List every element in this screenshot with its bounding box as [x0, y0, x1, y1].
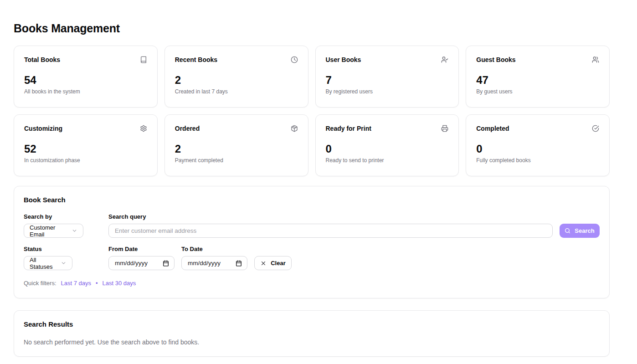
stat-card-title: Recent Books [175, 56, 217, 63]
stat-card-subtitle: By registered users [326, 88, 449, 95]
stat-card-header: Ready for Print [326, 125, 449, 132]
stat-card: User Books 7 By registered users [315, 46, 459, 108]
stat-card-title: Guest Books [476, 56, 515, 63]
calendar-icon[interactable] [163, 260, 169, 267]
search-button[interactable]: Search [560, 224, 600, 238]
search-by-select[interactable]: Customer Email [24, 224, 83, 238]
search-button-label: Search [575, 227, 594, 234]
quick-filters-separator: • [96, 280, 98, 287]
stat-card-value: 54 [24, 75, 147, 86]
stat-card: Ordered 2 Payment completed [164, 114, 308, 176]
stat-card-header: Guest Books [476, 56, 599, 63]
search-query-label: Search query [108, 213, 553, 220]
search-results-card: Search Results No search performed yet. … [14, 310, 610, 357]
stat-card-title: Completed [476, 125, 509, 132]
stat-card-title: Customizing [24, 125, 62, 132]
page-title: Books Management [14, 22, 610, 35]
status-label: Status [24, 246, 102, 252]
from-date-field: From Date mm/dd/yyyy [108, 246, 175, 270]
stat-card-subtitle: Created in last 7 days [175, 88, 298, 95]
stat-card-value: 2 [175, 144, 298, 154]
stat-card: Customizing 52 In customization phase [14, 114, 158, 176]
to-date-label: To Date [181, 246, 247, 252]
stat-card-subtitle: All books in the system [24, 88, 147, 95]
stat-card-title: User Books [326, 56, 361, 63]
clear-button-label: Clear [271, 260, 286, 267]
stat-card-subtitle: In customization phase [24, 157, 147, 164]
stat-card-title: Ready for Print [326, 125, 371, 132]
stat-card-value: 7 [326, 75, 449, 86]
stat-card-title: Total Books [24, 56, 60, 63]
user-check-icon [441, 56, 448, 63]
search-results-empty-message: No search performed yet. Use the search … [24, 338, 600, 346]
stat-card: Total Books 54 All books in the system [14, 46, 158, 108]
stat-card-subtitle: By guest users [476, 88, 599, 95]
books-management-page: Books Management Total Books 54 All book… [14, 0, 610, 357]
gear-icon [140, 125, 147, 132]
search-query-field: Search query [108, 213, 553, 238]
stats-grid: Total Books 54 All books in the system R… [14, 46, 610, 176]
stat-card-title: Ordered [175, 125, 200, 132]
stat-card: Completed 0 Fully completed books [466, 114, 610, 176]
stat-card: Ready for Print 0 Ready to send to print… [315, 114, 459, 176]
from-date-input[interactable]: mm/dd/yyyy [108, 256, 175, 270]
stat-card-value: 47 [476, 75, 599, 86]
package-icon [291, 125, 298, 132]
printer-icon [441, 125, 448, 132]
chevron-down-icon [72, 228, 77, 234]
stat-card-value: 2 [175, 75, 298, 86]
search-row-filters: Status All Statuses From Date mm/dd/yyyy… [24, 246, 600, 270]
to-date-input[interactable]: mm/dd/yyyy [181, 256, 247, 270]
search-results-title: Search Results [24, 320, 600, 328]
from-date-label: From Date [108, 246, 175, 252]
clock-icon [291, 56, 298, 63]
status-selected-value: All Statuses [30, 256, 57, 270]
search-by-label: Search by [24, 213, 102, 220]
status-select[interactable]: All Statuses [24, 256, 72, 270]
check-circle-icon [592, 125, 599, 132]
search-row-primary: Search by Customer Email Search query Se… [24, 213, 600, 238]
stat-card-subtitle: Ready to send to printer [326, 157, 449, 164]
users-icon [592, 56, 599, 63]
search-by-selected-value: Customer Email [30, 224, 68, 238]
chevron-down-icon [61, 260, 67, 266]
stat-card-subtitle: Payment completed [175, 157, 298, 164]
stat-card-header: Recent Books [175, 56, 298, 63]
stat-card-value: 0 [476, 144, 599, 154]
stat-card: Recent Books 2 Created in last 7 days [164, 46, 308, 108]
search-by-field: Search by Customer Email [24, 213, 102, 238]
quick-filters: Quick filters: Last 7 days • Last 30 day… [24, 280, 600, 287]
from-date-value: mm/dd/yyyy [115, 260, 148, 267]
stat-card-header: Customizing [24, 125, 147, 132]
stat-card-value: 0 [326, 144, 449, 154]
quick-filter-last-7-days[interactable]: Last 7 days [61, 280, 92, 287]
stat-card-subtitle: Fully completed books [476, 157, 599, 164]
stat-card-header: User Books [326, 56, 449, 63]
stat-card: Guest Books 47 By guest users [466, 46, 610, 108]
to-date-value: mm/dd/yyyy [188, 260, 221, 267]
status-field: Status All Statuses [24, 246, 102, 270]
book-search-card: Book Search Search by Customer Email Sea… [14, 186, 610, 298]
clear-button[interactable]: Clear [254, 256, 292, 270]
x-icon [260, 260, 267, 267]
search-query-input[interactable] [108, 224, 553, 238]
calendar-icon[interactable] [236, 260, 242, 267]
quick-filter-last-30-days[interactable]: Last 30 days [103, 280, 136, 287]
quick-filters-label: Quick filters: [24, 280, 57, 287]
to-date-field: To Date mm/dd/yyyy [181, 246, 247, 270]
stat-card-header: Total Books [24, 56, 147, 63]
search-icon [565, 228, 570, 234]
book-icon [140, 56, 147, 63]
stat-card-header: Ordered [175, 125, 298, 132]
stat-card-value: 52 [24, 144, 147, 154]
stat-card-header: Completed [476, 125, 599, 132]
book-search-title: Book Search [24, 196, 600, 204]
